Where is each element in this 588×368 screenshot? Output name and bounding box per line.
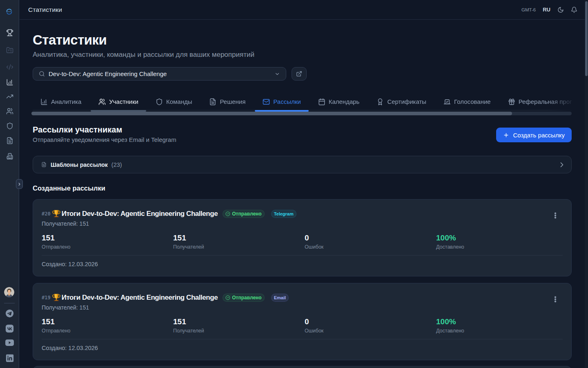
sidebar-item-statistics[interactable] (0, 79, 19, 86)
section-head: Рассылки участникам Отправляйте уведомле… (33, 125, 572, 143)
search-icon (39, 71, 45, 77)
card-menu-button[interactable] (550, 211, 560, 220)
social-youtube-link[interactable] (0, 339, 19, 346)
card-head-row: #19 Итоги Dev-to-Dev: Agentic Engineerin… (42, 294, 563, 302)
linkedin-icon (6, 354, 14, 362)
sidebar-divider (4, 303, 15, 303)
sidebar-item-trending[interactable] (0, 93, 19, 100)
sidebar-item-users[interactable] (0, 108, 19, 115)
tab-analytics[interactable]: Аналитика (33, 93, 89, 110)
language-switcher[interactable]: RU (543, 7, 550, 13)
bell-icon (571, 7, 577, 13)
channel-badge: Telegram (271, 210, 296, 218)
stat-recipients: 151 Получателей (173, 233, 305, 250)
templates-count: (23) (111, 162, 122, 168)
stat-label: Доставлено (436, 328, 563, 334)
tab-mailings[interactable]: Рассылки (255, 93, 308, 110)
trophy-emoji (52, 209, 61, 218)
stat-value: 151 (42, 317, 173, 326)
check-circle-icon (225, 211, 230, 216)
page-title: Статистики (33, 33, 572, 47)
stat-value: 0 (305, 233, 436, 242)
mailing-title: Итоги Dev-to-Dev: Agentic Engineering Ch… (62, 294, 218, 302)
stat-label: Получателей (173, 244, 305, 250)
sidebar-item-documents[interactable] (0, 137, 19, 144)
tab-solutions[interactable]: Решения (201, 93, 253, 110)
card-menu-button[interactable] (550, 294, 560, 304)
page-scrollbar-thumb[interactable] (585, 1, 588, 76)
create-mailing-button[interactable]: Создать рассылку (496, 128, 572, 142)
stat-recipients: 151 Получателей (173, 317, 305, 334)
stat-label: Отправлено (42, 244, 173, 250)
social-linkedin-link[interactable] (0, 354, 19, 362)
stat-delivered: 100% Доставлено (436, 317, 563, 334)
tab-calendar[interactable]: Календарь (310, 93, 368, 110)
topbar-title: Статистики (28, 6, 62, 13)
youtube-icon (5, 339, 14, 346)
tab-teams[interactable]: Команды (148, 93, 200, 110)
file-text-icon (41, 162, 47, 168)
shield-icon (156, 98, 163, 105)
stat-value: 100% (436, 233, 563, 242)
tab-referral[interactable]: Реферальная программа (500, 93, 588, 110)
user-avatar[interactable] (4, 287, 14, 297)
chevron-down-icon (274, 71, 280, 77)
sidebar-item-code[interactable] (0, 63, 19, 71)
templates-row[interactable]: Шаблоны рассылок (23) (33, 156, 572, 173)
file-text-icon (6, 137, 13, 144)
chevron-right-icon (558, 161, 566, 169)
social-telegram-link[interactable] (0, 309, 19, 318)
moon-icon (557, 7, 564, 13)
mailing-card: #19 Итоги Dev-to-Dev: Agentic Engineerin… (33, 283, 572, 360)
status-badge: Отправлено (223, 294, 264, 302)
mailing-card: #20 Итоги Dev-to-Dev: Agentic Engineerin… (33, 199, 572, 276)
sidebar-collapse-button[interactable] (16, 179, 23, 189)
event-select[interactable]: Dev-to-Dev: Agentic Engineering Challeng… (33, 67, 286, 81)
trending-up-icon (6, 93, 13, 100)
card-stats: 151 Отправлено 151 Получателей 0 Ошибок … (42, 317, 563, 334)
check-circle-icon (225, 295, 230, 300)
tabs-scrollbar-thumb[interactable] (31, 112, 512, 115)
card-divider (42, 255, 563, 256)
building-icon (6, 153, 13, 160)
ellipsis-vertical-icon (552, 212, 559, 219)
tabs-scrollbar[interactable] (31, 112, 572, 115)
open-event-button[interactable] (292, 67, 307, 81)
tab-label: Голосование (454, 98, 491, 105)
tab-certificates[interactable]: Сертификаты (369, 93, 434, 110)
page-scrollbar[interactable] (585, 0, 588, 368)
trophy-emoji (52, 293, 61, 302)
section-title: Рассылки участникам (33, 125, 176, 135)
app-logo-icon[interactable] (6, 8, 13, 15)
stat-label: Отправлено (42, 328, 173, 334)
vote-icon (443, 98, 451, 105)
mail-icon (263, 98, 270, 105)
theme-toggle-button[interactable] (557, 7, 564, 13)
tab-label: Участники (109, 98, 138, 105)
topbar-actions: GMT-6 RU (521, 7, 577, 13)
sidebar-item-projects[interactable] (0, 47, 19, 54)
tabs-bar: Аналитика Участники Команды Решения (33, 93, 572, 110)
tab-participants[interactable]: Участники (91, 93, 146, 110)
social-vk-link[interactable] (0, 324, 19, 333)
tab-label: Решения (220, 98, 245, 105)
sidebar (0, 0, 19, 368)
stat-value: 151 (173, 317, 305, 326)
code-icon (6, 63, 13, 71)
stat-sent: 151 Отправлено (42, 317, 173, 334)
tab-voting[interactable]: Голосование (436, 93, 499, 110)
notifications-button[interactable] (571, 7, 577, 13)
created-date: Создано: 12.03.2026 (42, 261, 563, 267)
tab-label: Реферальная программа (519, 98, 588, 105)
vk-icon (5, 324, 14, 333)
stat-errors: 0 Ошибок (305, 317, 436, 334)
users-icon (98, 98, 106, 105)
users-icon (6, 108, 13, 115)
stat-sent: 151 Отправлено (42, 233, 173, 250)
sidebar-item-organization[interactable] (0, 153, 19, 160)
sidebar-item-teams[interactable] (0, 122, 19, 130)
file-text-icon (209, 98, 216, 105)
stat-label: Ошибок (305, 328, 436, 334)
card-stats: 151 Отправлено 151 Получателей 0 Ошибок … (42, 233, 563, 250)
sidebar-item-trophy[interactable] (0, 29, 19, 36)
